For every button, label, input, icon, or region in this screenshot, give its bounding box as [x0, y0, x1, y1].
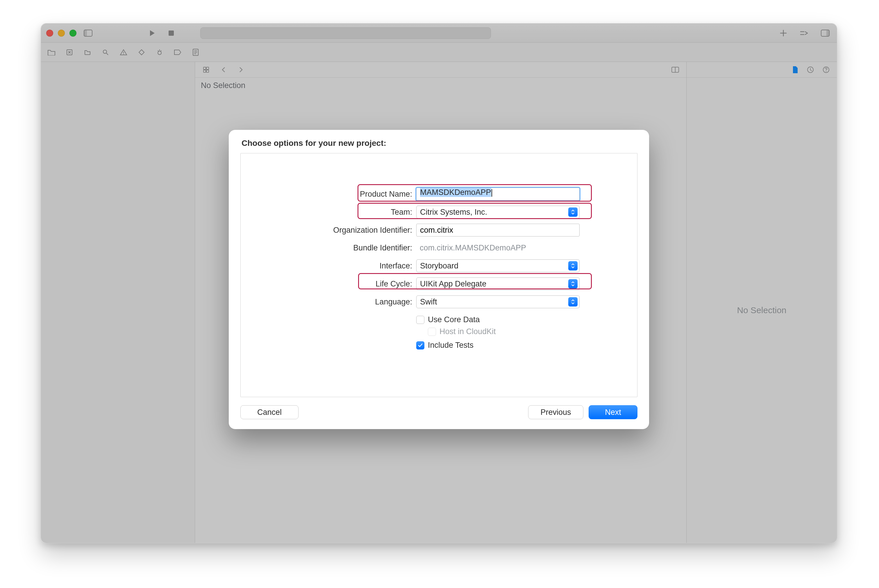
- product-name-selection: MAMSDKDemoAPP: [420, 188, 491, 197]
- chevron-updown-icon: [568, 297, 578, 306]
- previous-button[interactable]: Previous: [528, 405, 583, 419]
- org-id-label: Organization Identifier:: [241, 226, 416, 235]
- product-name-field[interactable]: MAMSDKDemoAPP: [416, 188, 580, 201]
- bundle-id-label: Bundle Identifier:: [241, 243, 416, 252]
- lifecycle-label: Life Cycle:: [241, 279, 416, 288]
- xcode-window: No Selection No Selection Choose options…: [41, 23, 837, 543]
- chevron-updown-icon: [568, 261, 578, 270]
- interface-popup[interactable]: Storyboard: [416, 260, 580, 272]
- interface-label: Interface:: [241, 261, 416, 270]
- interface-popup-value: Storyboard: [420, 261, 458, 270]
- check-icon: [418, 343, 423, 348]
- sheet-form: Product Name: MAMSDKDemoAPP Team: Citrix…: [241, 188, 637, 350]
- org-id-field[interactable]: [416, 224, 580, 237]
- product-name-label: Product Name:: [241, 190, 416, 199]
- sheet-form-box: Product Name: MAMSDKDemoAPP Team: Citrix…: [240, 153, 637, 397]
- new-project-options-sheet: Choose options for your new project: Pro…: [229, 130, 649, 429]
- host-cloudkit-label: Host in CloudKit: [440, 327, 496, 336]
- team-label: Team:: [241, 208, 416, 217]
- sheet-title: Choose options for your new project:: [240, 138, 637, 153]
- use-core-data-label: Use Core Data: [428, 315, 480, 324]
- chevron-updown-icon: [568, 207, 578, 217]
- sheet-button-bar: Cancel Previous Next: [240, 405, 637, 419]
- host-cloudkit-checkbox: [428, 328, 436, 336]
- use-core-data-checkbox[interactable]: [416, 316, 424, 324]
- lifecycle-popup[interactable]: UIKit App Delegate: [416, 278, 580, 290]
- bundle-id-value: com.citrix.MAMSDKDemoAPP: [416, 242, 580, 254]
- lifecycle-popup-value: UIKit App Delegate: [420, 279, 486, 288]
- team-popup[interactable]: Citrix Systems, Inc.: [416, 206, 580, 219]
- team-popup-value: Citrix Systems, Inc.: [420, 208, 487, 217]
- next-button[interactable]: Next: [589, 405, 637, 419]
- chevron-updown-icon: [568, 279, 578, 288]
- cancel-button[interactable]: Cancel: [240, 405, 299, 419]
- include-tests-label: Include Tests: [428, 341, 473, 350]
- language-popup-value: Swift: [420, 297, 437, 306]
- language-popup[interactable]: Swift: [416, 296, 580, 308]
- include-tests-checkbox[interactable]: [416, 341, 424, 350]
- language-label: Language:: [241, 297, 416, 306]
